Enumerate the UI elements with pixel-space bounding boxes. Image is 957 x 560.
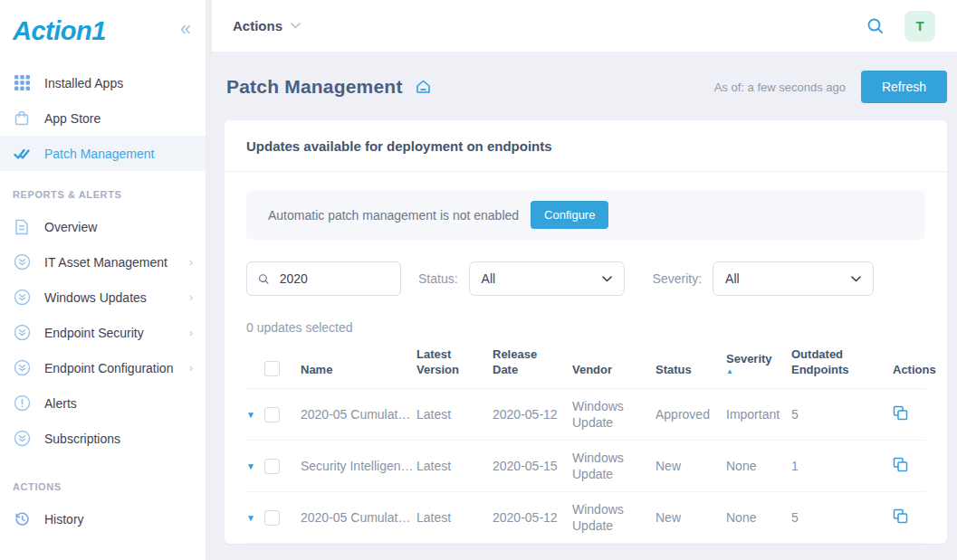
app-window: Action1 « Installed Apps [0,0,957,560]
double-check-icon [13,145,31,163]
cell-outdated-endpoints: 5 [791,492,893,544]
copy-icon[interactable] [893,457,908,472]
page-title: Patch Management [226,76,403,98]
cell-severity: Important [726,389,791,441]
table-row: ▼ 2020-05 Cumulat… Latest 2020-05-12 Win… [246,389,925,441]
page-header: Patch Management As of: a few seconds ag… [226,71,947,103]
cell-release-date: 2020-05-15 [493,441,572,492]
row-checkbox[interactable] [264,459,280,474]
row-expand-caret[interactable]: ▼ [246,513,255,523]
severity-select-value: All [725,271,740,286]
header-latest-version[interactable]: Latest Version [416,346,493,389]
cell-name: 2020-05 Cumulat… [301,389,416,441]
table-header-row: Name Latest Version Release Date Vendor … [246,346,925,389]
search-icon [258,272,270,286]
cell-vendor: Windows Update [572,389,656,441]
sidebar-item-patch-management[interactable]: Patch Management [0,136,206,171]
sidebar-nav: Installed Apps App Store [0,56,206,536]
chevron-right-icon: › [189,291,193,304]
sidebar-item-label: IT Asset Management [44,255,167,270]
status-select[interactable]: All [469,261,625,296]
actions-menu-label: Actions [233,18,282,33]
row-expand-caret[interactable]: ▼ [246,461,255,471]
cell-status: New [656,492,726,544]
sidebar-item-label: Installed Apps [44,76,123,90]
search-box[interactable] [246,261,401,296]
sidebar-item-label: Windows Updates [44,290,147,305]
page-header-right: As of: a few seconds ago Refresh [714,71,947,103]
content: Patch Management As of: a few seconds ag… [212,52,957,560]
status-filter-label: Status: [418,271,458,286]
grid-icon [13,74,31,92]
header-vendor[interactable]: Vendor [572,346,656,389]
header-outdated-endpoints[interactable]: Outdated Endpoints [791,346,893,389]
select-all-checkbox[interactable] [264,361,280,376]
auto-patch-banner: Automatic patch management is not enable… [246,190,925,240]
sidebar-section-actions: ACTIONS [0,481,206,492]
circle-chevrons-icon [13,430,31,448]
sidebar-item-endpoint-configuration[interactable]: Endpoint Configuration › [0,350,206,385]
header-spacer [246,346,264,389]
header-release-date[interactable]: Release Date [493,346,572,389]
row-checkbox[interactable] [264,510,280,526]
cell-outdated-endpoints: 5 [791,389,893,441]
sort-asc-icon: ▲ [726,366,788,377]
sidebar-item-history[interactable]: History [0,501,206,536]
refresh-button[interactable]: Refresh [861,71,947,103]
sidebar-item-windows-updates[interactable]: Windows Updates › [0,280,206,315]
sidebar-item-installed-apps[interactable]: Installed Apps [0,65,206,100]
filters-row: Status: All Severity: All [246,261,925,296]
header-severity[interactable]: Severity▲ [726,346,791,389]
copy-icon[interactable] [893,508,908,524]
sidebar-logo-row: Action1 « [0,0,206,56]
history-icon [13,510,31,528]
sidebar-item-subscriptions[interactable]: Subscriptions [0,421,206,456]
circle-chevrons-icon [13,324,31,342]
header-name[interactable]: Name [301,346,416,389]
sidebar-collapse-icon[interactable]: « [180,19,191,43]
circle-exclamation-icon [13,394,31,413]
sidebar-scrollbar-track[interactable] [206,0,212,560]
cell-status: New [656,441,726,492]
configure-button[interactable]: Configure [531,201,608,229]
search-input[interactable] [278,271,389,287]
copy-icon[interactable] [893,405,908,421]
chevron-right-icon: › [189,256,193,269]
severity-select[interactable]: All [713,261,874,296]
table-row: ▼ Security Intelligen… Latest 2020-05-15… [246,441,925,492]
sidebar: Action1 « Installed Apps [0,0,206,560]
row-expand-caret[interactable]: ▼ [246,410,255,420]
sidebar-item-it-asset-management[interactable]: IT Asset Management › [0,244,206,280]
as-of-text: As of: a few seconds ago [714,81,846,94]
cell-severity: None [726,492,791,544]
sidebar-item-label: Endpoint Configuration [44,361,173,375]
sidebar-item-label: Endpoint Security [44,326,144,340]
card-title: Updates available for deployment on endp… [225,120,947,172]
sidebar-item-endpoint-security[interactable]: Endpoint Security › [0,315,206,350]
cell-vendor: Windows Update [572,441,656,492]
updates-table: Name Latest Version Release Date Vendor … [246,346,925,544]
row-checkbox[interactable] [264,407,280,422]
selected-count: 0 updates selected [246,320,925,335]
cell-vendor: Windows Update [572,492,656,544]
cell-release-date: 2020-05-12 [493,492,572,544]
bell-icon[interactable] [416,80,431,94]
sidebar-section-reports-alerts: REPORTS & ALERTS [0,189,206,200]
chevron-down-icon [291,23,301,29]
cell-release-date: 2020-05-12 [493,389,572,441]
severity-filter-label: Severity: [653,271,702,286]
chevron-right-icon: › [189,362,193,375]
sidebar-item-label: History [44,512,84,527]
sidebar-item-app-store[interactable]: App Store [0,100,206,136]
search-icon[interactable] [866,17,885,35]
banner-text: Automatic patch management is not enable… [268,208,519,223]
avatar[interactable]: T [904,11,935,42]
topbar: Actions T [212,0,957,52]
sidebar-item-overview[interactable]: Overview [0,209,206,244]
bag-icon [13,109,31,128]
header-status[interactable]: Status [656,346,726,389]
cell-severity: None [726,441,791,492]
sidebar-item-alerts[interactable]: Alerts [0,385,206,421]
main-area: Actions T Patch Management [212,0,957,560]
actions-menu[interactable]: Actions [233,18,301,33]
